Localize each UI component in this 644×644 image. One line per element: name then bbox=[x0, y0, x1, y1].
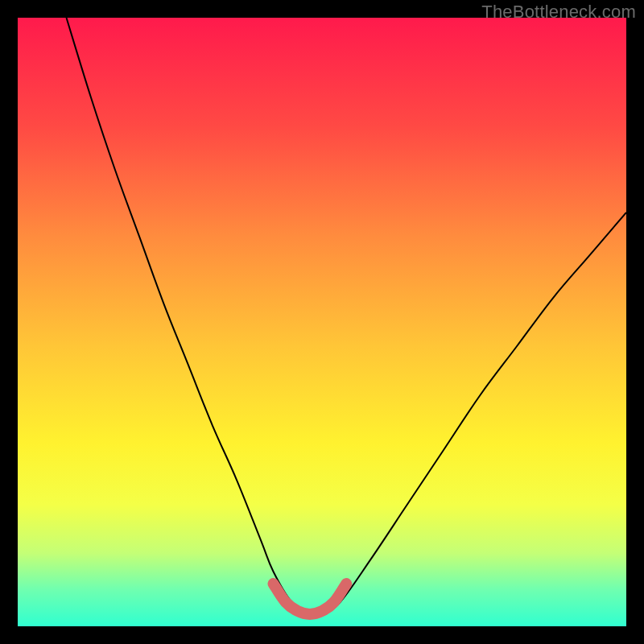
optimal-range-highlight-path bbox=[274, 584, 347, 614]
chart-plot-area bbox=[18, 18, 626, 626]
bottleneck-curve-path bbox=[66, 18, 626, 616]
chart-frame: TheBottleneck.com bbox=[0, 0, 644, 644]
chart-svg bbox=[18, 18, 626, 626]
